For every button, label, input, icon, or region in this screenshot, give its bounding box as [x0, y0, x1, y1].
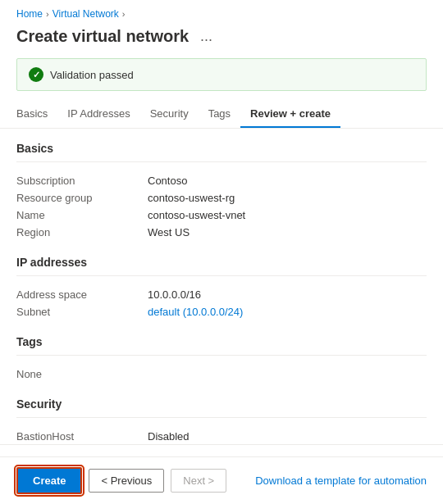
- value-address-space: 10.0.0.0/16: [148, 288, 427, 301]
- footer-actions: Create < Previous Next > Download a temp…: [0, 456, 443, 504]
- divider-basics: [16, 161, 427, 162]
- value-subnet[interactable]: default (10.0.0.0/24): [148, 306, 427, 318]
- value-bastion-host: Disabled: [148, 430, 427, 443]
- validation-text: Validation passed: [50, 69, 134, 81]
- tab-basics[interactable]: Basics: [16, 101, 57, 128]
- validation-icon: [29, 67, 43, 82]
- divider-security: [16, 417, 427, 418]
- page-title: Create virtual network: [16, 27, 189, 46]
- field-tags-none: None: [16, 366, 427, 383]
- divider-tags: [16, 355, 427, 356]
- field-address-space: Address space 10.0.0.0/16: [16, 286, 427, 303]
- label-tags-none: None: [16, 368, 148, 380]
- section-ip-addresses: IP addresses Address space 10.0.0.0/16 S…: [16, 256, 427, 320]
- section-security-title: Security: [16, 397, 427, 411]
- value-subscription: Contoso: [148, 175, 427, 187]
- section-basics: Basics Subscription Contoso Resource gro…: [16, 142, 427, 241]
- validation-banner: Validation passed: [16, 58, 427, 91]
- tab-tags[interactable]: Tags: [199, 101, 240, 128]
- section-basics-title: Basics: [16, 142, 427, 155]
- label-resource-group: Resource group: [16, 192, 148, 204]
- tab-ip-addresses[interactable]: IP Addresses: [57, 101, 139, 128]
- page-header: Create virtual network ...: [0, 23, 443, 55]
- breadcrumb: Home › Virtual Network ›: [0, 0, 443, 23]
- tab-review-create[interactable]: Review + create: [240, 101, 340, 128]
- label-subscription: Subscription: [16, 175, 148, 187]
- create-button[interactable]: Create: [16, 467, 82, 494]
- breadcrumb-home[interactable]: Home: [16, 8, 43, 20]
- previous-button[interactable]: < Previous: [89, 469, 164, 493]
- value-resource-group: contoso-uswest-rg: [148, 192, 427, 204]
- tab-security[interactable]: Security: [140, 101, 199, 128]
- label-subnet: Subnet: [16, 306, 148, 318]
- value-name: contoso-uswest-vnet: [148, 209, 427, 221]
- label-address-space: Address space: [16, 288, 148, 301]
- section-ip-title: IP addresses: [16, 256, 427, 269]
- field-name: Name contoso-uswest-vnet: [16, 207, 427, 224]
- field-resource-group: Resource group contoso-uswest-rg: [16, 189, 427, 207]
- breadcrumb-vnet[interactable]: Virtual Network: [53, 8, 119, 20]
- field-region: Region West US: [16, 224, 427, 241]
- label-name: Name: [16, 209, 148, 221]
- section-tags: Tags None: [16, 335, 427, 383]
- next-button[interactable]: Next >: [171, 469, 226, 493]
- breadcrumb-sep-1: ›: [46, 9, 49, 19]
- section-tags-title: Tags: [16, 335, 427, 348]
- ellipsis-button[interactable]: ...: [195, 26, 217, 47]
- label-region: Region: [16, 226, 148, 238]
- value-region: West US: [148, 226, 427, 238]
- field-subscription: Subscription Contoso: [16, 172, 427, 189]
- field-subnet: Subnet default (10.0.0.0/24): [16, 303, 427, 320]
- divider-ip: [16, 275, 427, 276]
- field-bastion-host: BastionHost Disabled: [16, 428, 427, 445]
- tabs-bar: Basics IP Addresses Security Tags Review…: [0, 101, 443, 129]
- label-bastion-host: BastionHost: [16, 430, 148, 443]
- breadcrumb-sep-2: ›: [122, 9, 126, 19]
- download-template-link[interactable]: Download a template for automation: [255, 474, 427, 487]
